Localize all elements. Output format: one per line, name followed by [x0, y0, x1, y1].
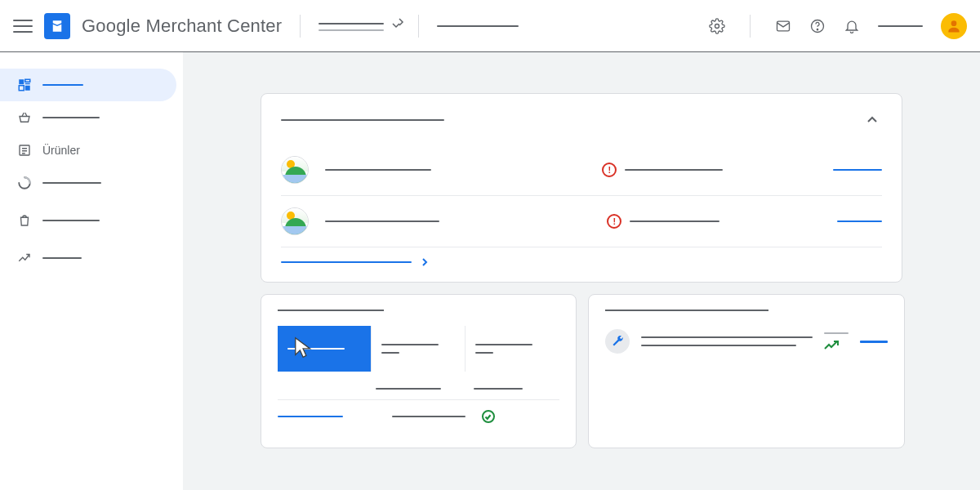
account-label	[878, 25, 923, 27]
svg-point-4	[951, 20, 957, 26]
card-title	[605, 310, 768, 311]
tab-sub	[381, 352, 399, 354]
task-row[interactable]	[281, 145, 882, 196]
app-title: Google Merchant Center	[82, 16, 282, 37]
rec-text	[641, 336, 813, 338]
bell-icon[interactable]	[844, 18, 860, 34]
sidebar-item-label: Ürünler	[42, 144, 80, 157]
wrench-icon	[605, 329, 630, 354]
svg-rect-9	[25, 86, 30, 91]
product-thumb-icon	[281, 156, 309, 184]
task-row[interactable]	[281, 196, 882, 247]
check-ok-icon	[482, 410, 495, 423]
rec-action-link[interactable]	[860, 341, 888, 343]
alert-icon	[607, 214, 621, 229]
trend-icon	[16, 250, 33, 266]
sidebar-item-label	[42, 117, 100, 118]
rec-metric	[824, 332, 849, 334]
sidebar-item-marketing[interactable]	[0, 204, 176, 237]
product-thumb-icon	[281, 207, 309, 235]
tab-sub	[475, 352, 493, 354]
header-search[interactable]	[437, 25, 519, 27]
pending-tasks-card	[261, 93, 902, 283]
card-title	[281, 119, 444, 121]
metric-tab[interactable]	[372, 326, 466, 372]
sidebar: Ürünler	[0, 52, 183, 490]
metric-tab-active[interactable]	[278, 326, 372, 372]
divider	[300, 15, 301, 38]
svg-point-3	[817, 29, 817, 29]
card-title	[278, 310, 384, 311]
sidebar-item-label	[42, 84, 83, 86]
sidebar-item-basket[interactable]	[0, 101, 176, 134]
table-cell-link[interactable]	[278, 416, 343, 417]
svg-rect-6	[25, 79, 30, 82]
sidebar-item-diagnostics[interactable]	[0, 167, 176, 199]
svg-rect-8	[19, 86, 24, 91]
gear-icon[interactable]	[709, 18, 725, 34]
recommendation-row[interactable]	[605, 329, 888, 354]
svg-rect-1	[777, 21, 790, 31]
sidebar-item-performance[interactable]	[0, 242, 176, 274]
view-all-link[interactable]	[281, 261, 412, 263]
metrics-card	[261, 294, 577, 448]
tab-label	[381, 344, 439, 345]
recommendations-card	[588, 294, 905, 448]
table-row	[278, 399, 559, 433]
list-icon	[16, 142, 33, 158]
avatar[interactable]	[941, 13, 967, 39]
table-header	[376, 388, 441, 390]
app-header: Google Merchant Center	[0, 0, 980, 52]
divider	[750, 15, 751, 38]
tab-label	[287, 348, 345, 350]
metric-tabs	[278, 326, 559, 372]
svg-rect-7	[25, 83, 30, 85]
task-status	[630, 220, 719, 222]
content-area	[183, 52, 980, 490]
task-name	[325, 220, 439, 222]
task-action-link[interactable]	[833, 169, 882, 171]
sidebar-item-products[interactable]: Ürünler	[0, 134, 176, 167]
trend-up-icon	[824, 341, 839, 350]
table-cell	[392, 416, 466, 417]
collapse-icon[interactable]	[862, 110, 882, 130]
chevron-right-icon	[420, 257, 430, 267]
help-icon[interactable]	[809, 18, 826, 34]
task-action-link[interactable]	[837, 220, 882, 222]
rec-text	[641, 345, 796, 346]
metric-tab[interactable]	[466, 326, 559, 372]
progress-ring-icon	[16, 175, 33, 191]
sidebar-item-label	[42, 182, 101, 184]
basket-icon	[16, 109, 33, 126]
divider	[418, 15, 419, 38]
sidebar-item-overview[interactable]	[0, 69, 176, 101]
menu-icon[interactable]	[13, 16, 33, 36]
bag-icon	[16, 212, 33, 229]
svg-rect-5	[19, 79, 24, 84]
svg-point-0	[715, 24, 719, 28]
table-header	[474, 388, 523, 390]
dashboard-icon	[16, 77, 33, 93]
tab-label	[475, 344, 532, 345]
merchant-center-logo	[44, 13, 70, 39]
task-name	[325, 169, 431, 171]
mail-icon[interactable]	[775, 18, 791, 34]
sidebar-item-label	[42, 220, 100, 221]
task-status	[625, 169, 723, 171]
account-switcher[interactable]	[318, 21, 400, 31]
sidebar-item-label	[42, 257, 82, 259]
alert-icon	[602, 163, 617, 177]
